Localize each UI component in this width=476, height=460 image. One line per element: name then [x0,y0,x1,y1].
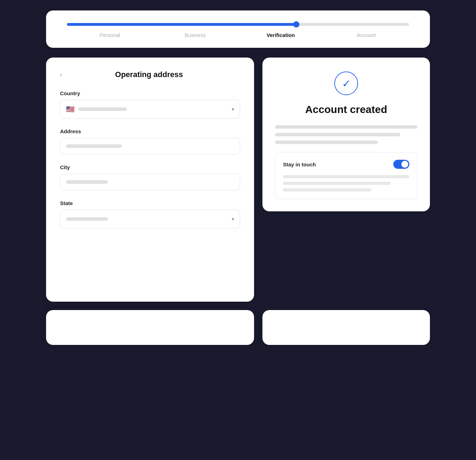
ph-line-2 [275,133,400,136]
progress-card: Personal Business Verification Account [46,10,430,48]
country-select-inner: 🇺🇸 [66,105,232,113]
main-content: ‹ Operating address Country 🇺🇸 ▾ Address… [46,58,430,302]
step-account: Account [323,32,409,38]
sit-placeholder-lines [283,175,409,191]
country-label: Country [60,90,240,96]
stay-in-touch-card: Stay in touch [275,152,417,199]
bottom-left-card [46,310,254,345]
country-field-group: Country 🇺🇸 ▾ [60,90,240,119]
description-placeholder-lines [275,125,417,144]
card-header: ‹ Operating address [60,70,240,79]
progress-dot [293,21,299,28]
bottom-row [46,310,430,345]
ph-line-1 [275,125,417,129]
operating-address-card: ‹ Operating address Country 🇺🇸 ▾ Address… [46,58,254,302]
sit-line-3 [283,188,371,191]
address-label: Address [60,128,240,134]
country-placeholder [78,107,127,111]
account-created-card: ✓ Account created Stay in touch [262,58,430,211]
stay-in-touch-label: Stay in touch [283,161,316,167]
step-personal: Personal [67,32,153,38]
toggle-knob [401,161,408,168]
state-select[interactable]: ▾ [60,210,240,228]
progress-fill [67,23,296,26]
state-label: State [60,200,240,206]
country-select[interactable]: 🇺🇸 ▾ [60,100,240,119]
address-field-group: Address [60,128,240,154]
state-placeholder [66,217,108,221]
sit-line-1 [283,175,409,178]
city-field-group: City [60,164,240,190]
address-input[interactable] [60,138,240,154]
state-chevron-icon: ▾ [232,216,234,222]
ph-line-3 [275,141,378,144]
stay-in-touch-header: Stay in touch [283,160,409,169]
stay-in-touch-toggle[interactable] [393,160,409,169]
account-created-title: Account created [305,104,387,115]
card-title: Operating address [66,70,240,79]
city-input[interactable] [60,174,240,190]
city-placeholder [66,180,108,184]
step-business: Business [153,32,238,38]
address-placeholder [66,144,122,148]
sit-line-2 [283,182,391,185]
check-circle: ✓ [334,71,358,95]
state-field-group: State ▾ [60,200,240,228]
country-chevron-icon: ▾ [232,106,234,112]
us-flag-icon: 🇺🇸 [66,105,75,113]
progress-bar [67,23,409,26]
step-verification: Verification [238,32,323,38]
bottom-right-card [262,310,430,345]
checkmark-icon: ✓ [342,77,351,90]
back-button[interactable]: ‹ [60,71,66,78]
city-label: City [60,164,240,170]
progress-labels: Personal Business Verification Account [67,32,409,38]
